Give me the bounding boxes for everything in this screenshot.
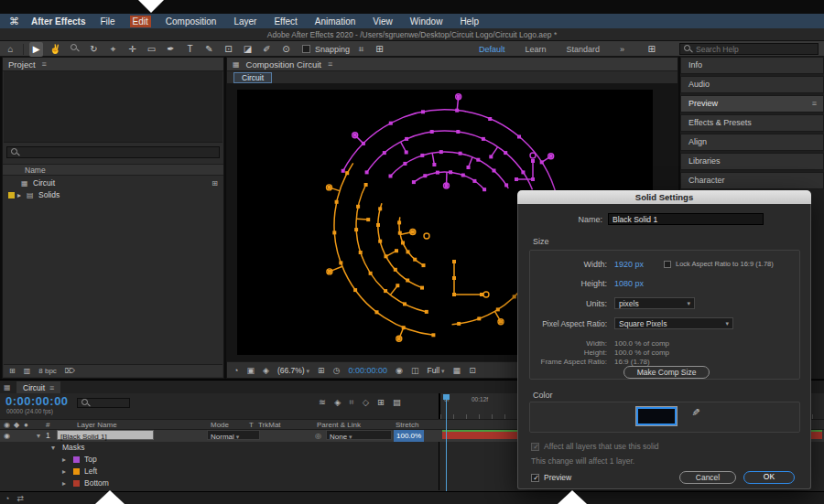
zoom-tool-icon[interactable] bbox=[68, 42, 81, 57]
always-preview-icon[interactable]: ◔ bbox=[233, 366, 238, 375]
resolution-dropdown[interactable]: Full bbox=[427, 366, 444, 375]
trash-icon[interactable]: ⌦ bbox=[65, 367, 75, 375]
ok-button[interactable]: OK bbox=[743, 471, 795, 484]
menu-item-animation[interactable]: Animation bbox=[312, 16, 358, 27]
type-tool-icon[interactable]: T bbox=[183, 42, 197, 57]
layer-visibility-eye-icon[interactable]: ◉ bbox=[4, 430, 10, 442]
home-tool-icon[interactable]: ⌂ bbox=[4, 42, 17, 57]
solid-name-input[interactable] bbox=[608, 213, 764, 225]
magnification-dropdown[interactable]: (66.7%) bbox=[277, 366, 309, 375]
pickwhip-icon[interactable]: ◎ bbox=[315, 430, 321, 442]
camera-tool-icon[interactable]: ⌖ bbox=[106, 42, 120, 57]
snap-option-icon-2[interactable]: ⊞ bbox=[373, 42, 386, 57]
preview-option[interactable]: Preview bbox=[531, 473, 571, 482]
pan-behind-tool-icon[interactable]: ✛ bbox=[125, 42, 139, 57]
menu-item-effect[interactable]: Effect bbox=[271, 16, 299, 27]
panel-menu-icon[interactable]: ≡ bbox=[328, 59, 332, 69]
stretch-value[interactable]: 100.0% bbox=[394, 430, 424, 442]
panel-tab-info[interactable]: Info bbox=[680, 57, 824, 74]
lock-aspect-checkbox[interactable] bbox=[664, 261, 671, 268]
help-search-input[interactable] bbox=[696, 45, 814, 54]
height-value[interactable]: 1080 px bbox=[614, 279, 644, 288]
current-time-display[interactable]: 0:00:00:00 bbox=[5, 394, 69, 408]
panel-menu-icon[interactable]: ≡ bbox=[812, 96, 817, 112]
mask-expander-icon[interactable]: ▸ bbox=[62, 454, 66, 466]
app-menu[interactable]: After Effects bbox=[31, 16, 85, 27]
project-search-input[interactable] bbox=[23, 148, 215, 157]
menu-item-window[interactable]: Window bbox=[407, 16, 446, 27]
column-mode[interactable]: Mode bbox=[211, 420, 229, 430]
channel-toggle-icon[interactable]: ◫ bbox=[411, 366, 419, 375]
project-column-header[interactable]: Name bbox=[3, 164, 223, 176]
timeline-search[interactable] bbox=[77, 398, 130, 408]
workspace-grid-icon[interactable]: ⊞ bbox=[645, 42, 658, 57]
column-parent-link[interactable]: Parent & Link bbox=[317, 420, 361, 430]
grid-guides-icon[interactable]: ⊞ bbox=[318, 366, 325, 375]
fast-previews-icon[interactable]: ▦ bbox=[453, 366, 461, 375]
composition-flowchart-icon[interactable]: ≋ bbox=[319, 397, 326, 408]
panel-tab-preview[interactable]: Preview ≡ bbox=[680, 95, 824, 113]
apple-menu-icon[interactable]: ⌘ bbox=[9, 16, 19, 27]
menu-item-edit[interactable]: Edit bbox=[130, 16, 151, 27]
eraser-tool-icon[interactable]: ◪ bbox=[241, 42, 255, 57]
cancel-button[interactable]: Cancel bbox=[679, 471, 736, 484]
help-search[interactable] bbox=[679, 43, 819, 55]
width-value[interactable]: 1920 px bbox=[614, 260, 644, 269]
selection-tool-icon[interactable]: ▶ bbox=[29, 42, 43, 57]
puppet-pin-tool-icon[interactable]: ⊙ bbox=[279, 42, 293, 57]
column-stretch[interactable]: Stretch bbox=[396, 420, 418, 430]
pen-tool-icon[interactable]: ✒ bbox=[164, 42, 178, 57]
panel-menu-icon[interactable]: ≡ bbox=[42, 59, 47, 69]
snapshot-icon[interactable]: ◉ bbox=[396, 366, 403, 375]
mask-color-chip[interactable] bbox=[73, 480, 80, 487]
mask-color-chip[interactable] bbox=[73, 468, 80, 475]
mask-expander-icon[interactable]: ▸ bbox=[62, 466, 66, 477]
workspace-tab-standard[interactable]: Standard bbox=[567, 45, 601, 54]
units-dropdown[interactable]: pixels bbox=[614, 297, 695, 309]
dialog-title-bar[interactable]: Solid Settings bbox=[517, 190, 811, 204]
masks-expander-icon[interactable]: ▾ bbox=[51, 442, 55, 454]
project-flowchart-icon[interactable]: ⊞ bbox=[9, 367, 16, 375]
lock-aspect-ratio-option[interactable]: Lock Aspect Ratio to 16:9 (1.78) bbox=[664, 260, 774, 268]
column-layer-name[interactable]: Layer Name bbox=[77, 420, 117, 430]
roto-brush-tool-icon[interactable]: ✐ bbox=[260, 42, 274, 57]
project-search[interactable] bbox=[6, 146, 220, 158]
layer-name-field[interactable]: [Black Solid 1] bbox=[57, 430, 154, 440]
clone-stamp-tool-icon[interactable]: ⊡ bbox=[222, 42, 235, 57]
playhead-line[interactable] bbox=[446, 397, 447, 491]
preview-checkbox[interactable] bbox=[531, 474, 539, 482]
transparency-grid-icon[interactable]: ◈ bbox=[263, 366, 269, 375]
label-color-chip[interactable] bbox=[8, 192, 15, 198]
panel-tab-libraries[interactable]: Libraries bbox=[680, 153, 824, 170]
eyedropper-icon[interactable]: ✎ bbox=[689, 408, 701, 416]
mask-expander-icon[interactable]: ▸ bbox=[62, 477, 66, 489]
graph-editor-icon[interactable]: ▤ bbox=[393, 397, 401, 408]
parent-dropdown[interactable]: None bbox=[326, 430, 392, 440]
workspace-tab-default[interactable]: Default bbox=[479, 45, 505, 54]
hide-shy-icon[interactable]: ⌗ bbox=[349, 397, 353, 408]
timeline-tab-circuit[interactable]: Circuit ≡ bbox=[16, 381, 60, 393]
workspace-overflow-chevrons[interactable]: » bbox=[620, 45, 624, 54]
expander-icon[interactable]: ▸ bbox=[17, 189, 21, 201]
project-item-solids[interactable]: ▸ ▤ Solids bbox=[3, 189, 223, 201]
toggle-switches-icon[interactable]: ◔ bbox=[5, 494, 9, 503]
make-comp-size-button[interactable]: Make Comp Size bbox=[623, 366, 710, 379]
layer-expander-icon[interactable]: ▾ bbox=[37, 430, 40, 442]
workspace-tab-learn[interactable]: Learn bbox=[526, 45, 547, 54]
flowchart-icon[interactable]: ⊞ bbox=[211, 177, 218, 189]
viewer-tab-circuit[interactable]: Circuit bbox=[233, 72, 272, 83]
snap-option-icon-1[interactable]: ⌗ bbox=[354, 42, 368, 57]
panel-tab-effects-presets[interactable]: Effects & Presets bbox=[680, 114, 824, 132]
panel-menu-icon[interactable]: ≡ bbox=[49, 383, 54, 392]
color-depth-icon[interactable]: ▥ bbox=[24, 367, 31, 375]
menu-item-file[interactable]: File bbox=[97, 16, 117, 27]
menu-item-view[interactable]: View bbox=[370, 16, 396, 27]
timeline-search-input[interactable] bbox=[93, 399, 125, 408]
column-number[interactable]: # bbox=[46, 420, 49, 430]
panel-tab-audio[interactable]: Audio bbox=[680, 76, 824, 93]
solid-color-swatch[interactable] bbox=[636, 407, 677, 425]
pixel-aspect-ratio-dropdown[interactable]: Square Pixels bbox=[614, 317, 733, 329]
menu-item-help[interactable]: Help bbox=[457, 16, 482, 27]
region-of-interest-icon[interactable]: ▣ bbox=[246, 366, 255, 375]
panel-tab-character[interactable]: Character bbox=[680, 172, 824, 189]
